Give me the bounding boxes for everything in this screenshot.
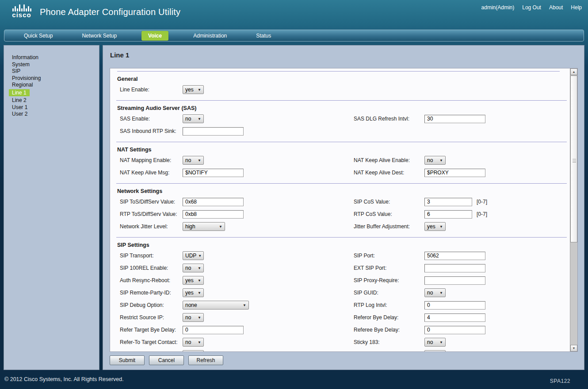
current-user: admin(Admin) xyxy=(481,4,515,11)
form-field: Network Jitter Level:high▼ xyxy=(116,222,354,231)
network-jitter-level-select[interactable]: high▼ xyxy=(183,222,225,231)
sip-port-input[interactable] xyxy=(424,252,485,260)
sidebar-nav: InformationSystemSIPProvisioningRegional… xyxy=(4,45,99,370)
sidebar-item-provisioning[interactable]: Provisioning xyxy=(12,75,99,82)
sip-proxy-require-input[interactable] xyxy=(424,276,485,285)
nat-keep-alive-msg-input[interactable] xyxy=(183,169,244,177)
jitter-buffer-adjustment-select[interactable]: yes▼ xyxy=(424,222,446,231)
sas-enable-select[interactable]: no▼ xyxy=(183,114,204,123)
sidebar-item-line-2[interactable]: Line 2 xyxy=(12,97,99,104)
form-field: NAT Mapping Enable:no▼ xyxy=(116,156,354,165)
tab-quick-setup[interactable]: Quick Setup xyxy=(19,31,57,41)
sidebar-item-regional[interactable]: Regional xyxy=(12,82,99,89)
form-field: NAT Keep Alive Enable:no▼ xyxy=(354,156,567,165)
scrollbar-thumb[interactable] xyxy=(570,76,577,242)
form-row: NAT Mapping Enable:no▼NAT Keep Alive Ena… xyxy=(116,154,567,166)
select-value: no xyxy=(185,157,191,163)
select-value: no xyxy=(427,157,433,163)
form-row: RTP ToS/DiffServ Value:RTP CoS Value:[0-… xyxy=(116,208,567,220)
sidebar-item-user-2[interactable]: User 2 xyxy=(12,111,99,118)
rtp-log-intvl-input[interactable] xyxy=(424,301,485,310)
tab-administration[interactable]: Administration xyxy=(189,31,231,41)
field-label: Reply 182 On Call Waiting: xyxy=(354,351,424,352)
field-label: Network Jitter Level: xyxy=(120,223,183,230)
reply-182-on-call-waiting-select[interactable]: no▼ xyxy=(424,350,446,352)
field-label: NAT Keep Alive Dest: xyxy=(354,170,424,176)
field-label: Jitter Buffer Adjustment: xyxy=(354,223,424,230)
sip-tos-diffserv-value-input[interactable] xyxy=(183,198,244,206)
line-enable-select[interactable]: yes▼ xyxy=(183,85,204,94)
select-value: no xyxy=(427,290,433,296)
tab-status[interactable]: Status xyxy=(252,31,275,41)
range-hint: [0-7] xyxy=(477,199,487,205)
sip-100rel-enable-select[interactable]: no▼ xyxy=(183,264,204,272)
nat-keep-alive-enable-select[interactable]: no▼ xyxy=(424,156,446,165)
field-label: SIP Port: xyxy=(354,253,424,259)
rtp-cos-value-input[interactable] xyxy=(424,210,472,219)
logout-link[interactable]: Log Out xyxy=(522,4,541,11)
sip-transport-select[interactable]: UDP▼ xyxy=(183,251,204,260)
form-field: SIP Transport:UDP▼ xyxy=(116,251,354,260)
refer-to-target-contact-select[interactable]: no▼ xyxy=(183,338,204,347)
section-nat-settings: NAT SettingsNAT Mapping Enable:no▼NAT Ke… xyxy=(116,142,567,184)
sip-cos-value-input[interactable] xyxy=(424,198,472,206)
form-field: Refer-To Target Contact:no▼ xyxy=(116,338,354,347)
sticky-183-select[interactable]: no▼ xyxy=(424,338,446,347)
rtp-tos-diffserv-value-input[interactable] xyxy=(183,210,244,219)
form-field: SIP Port: xyxy=(354,252,567,260)
sidebar-item-line-1[interactable]: Line 1 xyxy=(12,90,99,97)
form-row: SAS Inbound RTP Sink: xyxy=(116,125,567,137)
form-row: SIP Debug Option:none▼RTP Log Intvl: xyxy=(116,299,567,311)
device-model: SPA122 xyxy=(550,378,570,384)
restrict-source-ip-select[interactable]: no▼ xyxy=(183,313,204,322)
sas-dlg-refresh-intvl-input[interactable] xyxy=(424,115,485,123)
refresh-button[interactable]: Refresh xyxy=(188,355,223,365)
section-title: General xyxy=(117,76,567,82)
tab-network-setup[interactable]: Network Setup xyxy=(77,31,121,41)
section-sip-settings: SIP SettingsSIP Transport:UDP▼SIP Port:S… xyxy=(116,238,567,352)
about-link[interactable]: About xyxy=(549,4,563,11)
nat-mapping-enable-select[interactable]: no▼ xyxy=(183,156,204,165)
referor-bye-delay-input[interactable] xyxy=(424,313,485,322)
ext-sip-port-input[interactable] xyxy=(424,264,485,272)
sip-debug-option-select[interactable]: none▼ xyxy=(183,301,249,310)
form-field: NAT Keep Alive Msg: xyxy=(116,169,354,177)
referee-bye-delay-input[interactable] xyxy=(424,326,485,334)
submit-button[interactable]: Submit xyxy=(110,355,145,365)
auth-invite-select[interactable]: no▼ xyxy=(183,350,204,352)
help-link[interactable]: Help xyxy=(571,4,582,11)
field-label: SIP ToS/DiffServ Value: xyxy=(120,199,183,205)
scrollbar[interactable]: ▲ ▼ xyxy=(570,68,577,351)
section-title: Network Settings xyxy=(117,188,567,194)
refer-target-bye-delay-input[interactable] xyxy=(183,326,244,334)
cisco-logo-icon xyxy=(9,4,34,11)
sas-inbound-rtp-sink-input[interactable] xyxy=(183,127,244,136)
field-label: SIP Proxy-Require: xyxy=(354,277,424,283)
range-hint: [0-7] xyxy=(477,211,487,217)
sidebar-item-label: User 1 xyxy=(9,104,31,111)
main-area: Line 1 GeneralLine Enable:yes▼Streaming … xyxy=(103,45,584,370)
chevron-down-icon: ▼ xyxy=(439,340,443,344)
sidebar-item-sip[interactable]: SIP xyxy=(12,68,99,75)
sidebar-item-system[interactable]: System xyxy=(12,61,99,68)
form-row: Network Jitter Level:high▼Jitter Buffer … xyxy=(116,220,567,233)
form-row: Restrict Source IP:no▼Referor Bye Delay: xyxy=(116,311,567,324)
copyright-text: © 2012 Cisco Systems, Inc. All Rights Re… xyxy=(4,376,124,382)
form-row: Auth INVITE:no▼Reply 182 On Call Waiting… xyxy=(116,348,567,352)
auth-resync-reboot-select[interactable]: yes▼ xyxy=(183,276,204,285)
scroll-up-icon[interactable]: ▲ xyxy=(570,68,577,75)
tab-voice[interactable]: Voice xyxy=(141,31,168,41)
select-value: no xyxy=(427,351,433,352)
form-row: NAT Keep Alive Msg:NAT Keep Alive Dest: xyxy=(116,166,567,179)
select-value: high xyxy=(185,223,195,230)
scroll-down-icon[interactable]: ▼ xyxy=(570,345,577,351)
sip-remote-party-id-select[interactable]: yes▼ xyxy=(183,288,204,297)
form-field: Jitter Buffer Adjustment:yes▼ xyxy=(354,222,567,231)
cancel-button[interactable]: Cancel xyxy=(149,355,184,365)
sidebar-item-information[interactable]: Information xyxy=(12,54,99,61)
sip-guid-select[interactable]: no▼ xyxy=(424,288,446,297)
sidebar-item-user-1[interactable]: User 1 xyxy=(12,104,99,111)
nat-keep-alive-dest-input[interactable] xyxy=(424,169,485,177)
cisco-logo: cisco xyxy=(9,4,34,18)
chevron-down-icon: ▼ xyxy=(439,291,443,295)
